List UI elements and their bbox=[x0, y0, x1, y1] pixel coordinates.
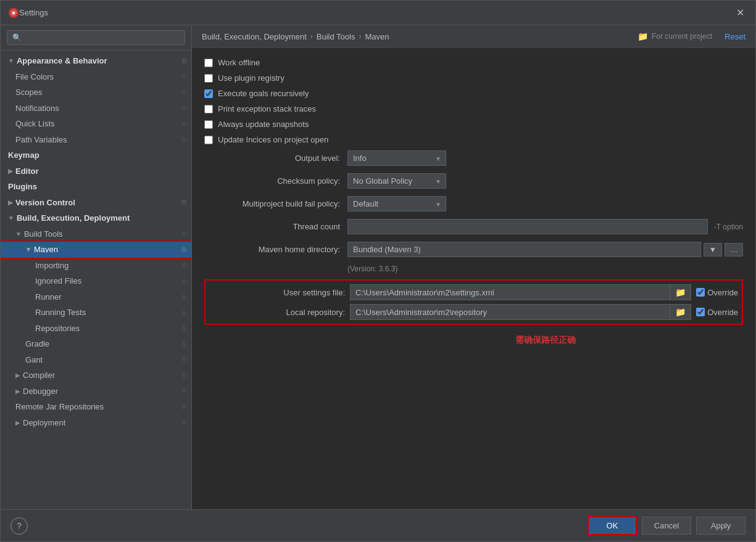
sidebar-item-scopes[interactable]: Scopes ⎘ bbox=[1, 84, 191, 101]
execute-goals-label[interactable]: Execute goals recursively bbox=[218, 89, 309, 98]
expand-arrow: ▼ bbox=[8, 56, 14, 65]
use-plugin-checkbox[interactable] bbox=[204, 74, 213, 83]
work-offline-label[interactable]: Work offline bbox=[218, 58, 260, 67]
copy-icon: ⎘ bbox=[182, 245, 186, 255]
local-repo-input[interactable] bbox=[351, 305, 670, 319]
sidebar-item-keymap[interactable]: Keymap bbox=[1, 147, 191, 163]
checksum-policy-control: No Global Policy Fail Warn Ignore ▼ bbox=[347, 173, 743, 189]
sidebar-item-label: Maven bbox=[34, 244, 58, 256]
sidebar-item-maven[interactable]: ▼ Maven ⎘ bbox=[1, 242, 191, 258]
sidebar-item-build-exec-deploy[interactable]: ▼ Build, Execution, Deployment bbox=[1, 210, 191, 226]
output-level-label: Output level: bbox=[204, 154, 340, 163]
sidebar-item-deployment[interactable]: ▶ Deployment ⎘ bbox=[1, 415, 191, 431]
breadcrumb-sep2: › bbox=[359, 32, 361, 41]
cancel-button[interactable]: Cancel bbox=[642, 517, 691, 535]
always-update-label[interactable]: Always update snapshots bbox=[218, 120, 309, 129]
reset-button[interactable]: Reset bbox=[725, 32, 746, 41]
always-update-checkbox[interactable] bbox=[204, 120, 213, 129]
print-exception-label[interactable]: Print exception stack traces bbox=[218, 104, 316, 113]
right-panel: Build, Execution, Deployment › Build Too… bbox=[192, 25, 755, 509]
thread-count-input[interactable] bbox=[347, 219, 708, 234]
sidebar-item-label: Remote Jar Repositories bbox=[15, 401, 104, 413]
sidebar-item-label: Appearance & Behavior bbox=[17, 55, 107, 67]
bottom-bar: ? OK Cancel Apply bbox=[1, 509, 755, 541]
breadcrumb-part3: Maven bbox=[365, 32, 389, 41]
sidebar-item-running-tests[interactable]: Running Tests ⎘ bbox=[1, 305, 191, 321]
expand-arrow: ▼ bbox=[8, 213, 14, 223]
copy-icon: ⎘ bbox=[182, 197, 186, 208]
user-settings-override-checkbox[interactable] bbox=[696, 288, 705, 297]
copy-icon: ⎘ bbox=[182, 88, 186, 98]
sidebar-item-appearance[interactable]: ▼ Appearance & Behavior ⎘ bbox=[1, 53, 191, 69]
help-button[interactable]: ? bbox=[10, 517, 28, 535]
expand-arrow: ▶ bbox=[15, 418, 20, 427]
sidebar-item-editor[interactable]: ▶ Editor bbox=[1, 163, 191, 179]
sidebar-item-notifications[interactable]: Notifications ⎘ bbox=[1, 101, 191, 117]
update-indices-label[interactable]: Update Incices on project open bbox=[218, 135, 328, 144]
execute-goals-checkbox[interactable] bbox=[204, 89, 213, 98]
expand-arrow: ▼ bbox=[15, 229, 22, 239]
multiproject-policy-dropdown[interactable]: Default Fail at end Never fail bbox=[347, 196, 446, 211]
sidebar-item-label: Ignored Files bbox=[35, 275, 81, 287]
multiproject-policy-row: Multiproject build fail policy: Default … bbox=[204, 196, 743, 211]
dialog-body: ▼ Appearance & Behavior ⎘ File Colors ⎘ … bbox=[1, 25, 755, 509]
apply-button[interactable]: Apply bbox=[696, 517, 746, 535]
local-repo-override-label[interactable]: Override bbox=[707, 308, 738, 317]
copy-icon: ⎘ bbox=[182, 119, 186, 129]
sidebar-item-ignored-files[interactable]: Ignored Files ⎘ bbox=[1, 273, 191, 289]
sidebar-item-plugins[interactable]: Plugins bbox=[1, 179, 191, 195]
sidebar-item-version-control[interactable]: ▶ Version Control ⎘ bbox=[1, 195, 191, 211]
sidebar-item-file-colors[interactable]: File Colors ⎘ bbox=[1, 69, 191, 85]
user-settings-override-label[interactable]: Override bbox=[707, 288, 738, 297]
checksum-policy-dropdown-wrapper: No Global Policy Fail Warn Ignore ▼ bbox=[347, 173, 446, 189]
user-settings-label: User settings file: bbox=[209, 288, 345, 297]
dialog-title: Settings bbox=[19, 8, 733, 17]
sidebar-item-compiler[interactable]: ▶ Compiler ⎘ bbox=[1, 367, 191, 384]
sidebar-item-repositories[interactable]: Repositories ⎘ bbox=[1, 321, 191, 337]
work-offline-checkbox[interactable] bbox=[204, 59, 213, 67]
thread-count-label: Thread count bbox=[204, 222, 340, 231]
sidebar-item-build-tools[interactable]: ▼ Build Tools ⎘ bbox=[1, 226, 191, 242]
output-level-dropdown[interactable]: Info Debug Warning Error bbox=[347, 150, 446, 166]
sidebar-item-label: Compiler bbox=[23, 369, 55, 382]
update-indices-checkbox[interactable] bbox=[204, 136, 213, 144]
local-repo-folder-btn[interactable]: 📁 bbox=[670, 305, 691, 319]
copy-icon: ⎘ bbox=[182, 402, 186, 413]
sidebar-item-debugger[interactable]: ▶ Debugger ⎘ bbox=[1, 384, 191, 400]
copy-icon: ⎘ bbox=[182, 276, 186, 287]
sidebar-item-runner[interactable]: Runner ⎘ bbox=[1, 289, 191, 305]
use-plugin-label[interactable]: Use plugin registry bbox=[218, 73, 285, 83]
multiproject-policy-label: Multiproject build fail policy: bbox=[204, 199, 340, 208]
sidebar-item-label: Repositories bbox=[35, 322, 80, 335]
checksum-policy-dropdown[interactable]: No Global Policy Fail Warn Ignore bbox=[347, 173, 446, 189]
sidebar-item-label: Deployment bbox=[23, 417, 65, 429]
search-input[interactable] bbox=[7, 30, 185, 45]
sidebar-item-importing[interactable]: Importing ⎘ bbox=[1, 258, 191, 274]
sidebar-item-remote-jar[interactable]: Remote Jar Repositories ⎘ bbox=[1, 399, 191, 415]
sidebar-item-gant[interactable]: Gant ⎘ bbox=[1, 352, 191, 368]
maven-home-input[interactable] bbox=[347, 242, 701, 257]
maven-home-dropdown-btn[interactable]: ▼ bbox=[704, 243, 722, 257]
breadcrumb-part1: Build, Execution, Deployment bbox=[202, 32, 307, 41]
close-button[interactable]: ✕ bbox=[733, 6, 748, 20]
user-settings-folder-btn[interactable]: 📁 bbox=[670, 285, 691, 300]
expand-arrow: ▶ bbox=[15, 387, 20, 396]
sidebar-item-label: Quick Lists bbox=[15, 118, 55, 130]
local-repo-override-checkbox[interactable] bbox=[696, 308, 705, 316]
title-bar: Settings ✕ bbox=[1, 1, 755, 25]
sidebar-item-label: Notifications bbox=[15, 102, 59, 115]
sidebar-item-quick-lists[interactable]: Quick Lists ⎘ bbox=[1, 116, 191, 132]
sidebar-item-label: Path Variables bbox=[15, 134, 67, 146]
sidebar-item-gradle[interactable]: Gradle ⎘ bbox=[1, 336, 191, 352]
expand-arrow: ▶ bbox=[8, 166, 13, 176]
local-repo-label: Local repository: bbox=[209, 308, 345, 317]
left-panel: ▼ Appearance & Behavior ⎘ File Colors ⎘ … bbox=[1, 25, 192, 509]
user-settings-row: User settings file: 📁 Override bbox=[209, 284, 738, 300]
user-settings-input[interactable] bbox=[351, 285, 670, 300]
sidebar-item-path-variables[interactable]: Path Variables ⎘ bbox=[1, 132, 191, 148]
breadcrumb-sep1: › bbox=[310, 32, 313, 41]
ok-button[interactable]: OK bbox=[588, 516, 637, 535]
folder-icon: 📁 bbox=[638, 31, 648, 41]
maven-home-browse-btn[interactable]: … bbox=[725, 243, 743, 257]
print-exception-checkbox[interactable] bbox=[204, 105, 213, 113]
